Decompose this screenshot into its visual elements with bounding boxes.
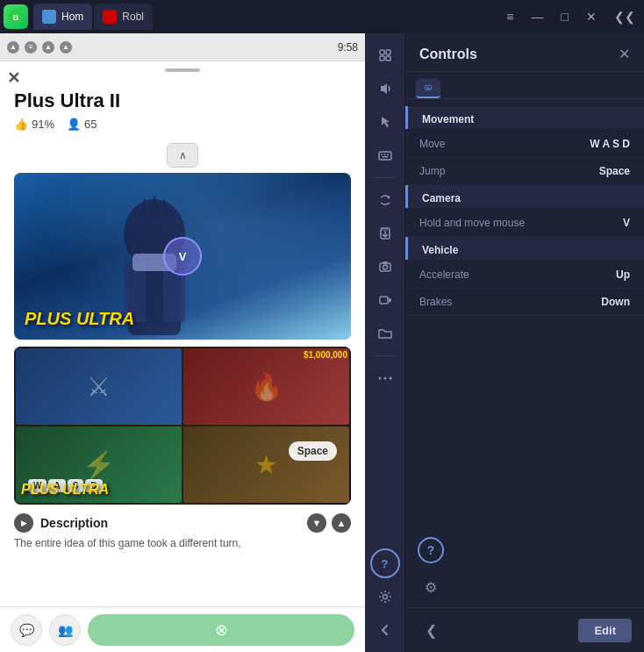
game-title-section: Plus Ultra II 👍 91% 👤 65 [0, 61, 365, 138]
toolbar-expand-button[interactable] [370, 40, 400, 70]
tab-roblox[interactable]: Robl [94, 4, 153, 30]
accelerate-key: Up [616, 269, 630, 281]
main-area: ▲ ≡ ▲ ▲ 9:58 ✕ Plus Ultra II 👍 91% 👤 [0, 33, 644, 652]
game-title: Plus Ultra II [14, 90, 351, 112]
status-icon-1: ▲ [7, 41, 19, 54]
controls-footer: ❮ Edit [405, 607, 644, 652]
toolbar-cursor-button[interactable] [370, 107, 400, 137]
svg-point-28 [378, 377, 381, 380]
svg-rect-34 [427, 86, 428, 87]
svg-rect-11 [386, 50, 390, 54]
brakes-label: Brakes [419, 296, 452, 308]
secondary-thumbnail-text: PLUS ULTRA [21, 482, 109, 498]
tab-keyboard-controls[interactable] [416, 79, 440, 98]
people-button[interactable]: 👥 [49, 614, 81, 646]
svg-marker-27 [389, 297, 391, 303]
app-logo: B [4, 4, 28, 29]
toolbar-help-button[interactable]: ? [370, 548, 400, 578]
toolbar-apk-button[interactable]: APK [370, 219, 400, 248]
right-toolbar: APK [365, 33, 405, 652]
tab-bar: B Hom Robl ≡ — □ ✕ ❮❮ [0, 0, 644, 33]
tab-roblox-label: Robl [122, 11, 144, 23]
status-bar: ▲ ≡ ▲ ▲ 9:58 [0, 33, 365, 61]
scroll-up-button[interactable]: ▲ [332, 513, 351, 533]
control-row-jump: Jump Space [405, 158, 644, 185]
minimize-button[interactable]: — [526, 8, 549, 25]
status-icon-4: ▲ [60, 41, 72, 54]
camera-label: Hold and move mouse [419, 217, 525, 229]
scroll-down-button[interactable]: ▼ [307, 513, 326, 533]
svg-rect-39 [426, 90, 430, 90]
main-thumbnail: V PLUS ULTRA [14, 173, 351, 340]
controls-panel: Controls ✕ Movement Move [405, 33, 644, 652]
accelerate-label: Accelerate [419, 269, 469, 281]
maximize-button[interactable]: □ [556, 8, 574, 25]
description-title: Description [40, 516, 108, 530]
toolbar-record-button[interactable] [370, 285, 400, 315]
svg-point-24 [383, 265, 387, 269]
controls-close-button[interactable]: ✕ [619, 46, 630, 62]
chevron-up-button[interactable]: ∧ [167, 143, 198, 168]
toolbar-volume-button[interactable] [370, 74, 400, 104]
control-row-camera: Hold and move mouse V [405, 210, 644, 237]
gear-button[interactable]: ⚙ [418, 574, 444, 600]
game-page: ✕ Plus Ultra II 👍 91% 👤 65 ∧ [0, 61, 365, 606]
controls-back-button[interactable]: ❮ [418, 617, 444, 643]
toolbar-screenshot-button[interactable] [370, 252, 400, 282]
svg-rect-35 [429, 86, 430, 87]
page-close-button[interactable]: ✕ [7, 68, 20, 88]
tab-home[interactable]: Hom [33, 4, 92, 30]
help-button[interactable]: ? [418, 537, 444, 563]
left-panel: ▲ ≡ ▲ ▲ 9:58 ✕ Plus Ultra II 👍 91% 👤 [0, 33, 365, 652]
svg-rect-19 [382, 156, 388, 158]
controls-help-area: ? [405, 530, 644, 570]
controls-content: Movement Move W A S D Jump Space Camera … [405, 99, 644, 322]
roblox-tab-icon [103, 10, 117, 24]
toolbar-more-button[interactable] [370, 363, 400, 393]
toolbar-keyboard-button[interactable] [370, 140, 400, 170]
toolbar-folder-button[interactable] [370, 319, 400, 348]
toolbar-separator-1 [375, 177, 396, 178]
menu-button[interactable]: ≡ [501, 8, 519, 25]
chat-button[interactable]: 💬 [11, 614, 42, 646]
svg-point-30 [389, 377, 391, 380]
close-window-button[interactable]: ✕ [581, 8, 602, 25]
space-badge: Space [289, 441, 337, 461]
status-icon-2: ≡ [25, 41, 37, 54]
svg-rect-10 [380, 50, 384, 54]
controls-header: Controls ✕ [405, 33, 644, 72]
back-nav-button[interactable]: ❮❮ [609, 8, 640, 25]
description-section: ▶ Description ▼ ▲ The entire idea of thi… [0, 505, 365, 560]
toolbar-settings-button[interactable] [370, 582, 400, 612]
svg-text:APK: APK [382, 227, 389, 232]
svg-rect-26 [380, 297, 388, 304]
chevron-up-container: ∧ [0, 143, 365, 168]
play-icon[interactable]: ▶ [14, 513, 33, 533]
controls-title: Controls [419, 47, 477, 62]
edit-button[interactable]: Edit [578, 619, 632, 642]
toolbar-rotate-button[interactable] [370, 185, 400, 215]
section-header-movement: Movement [405, 106, 644, 129]
window-controls: ≡ — □ ✕ ❮❮ [501, 8, 640, 25]
svg-point-31 [383, 595, 387, 599]
svg-rect-33 [426, 86, 426, 87]
game-stats: 👍 91% 👤 65 [14, 118, 351, 131]
svg-rect-25 [383, 262, 387, 264]
play-button[interactable]: ⊗ [88, 614, 354, 646]
svg-rect-36 [426, 88, 426, 89]
secondary-thumbnail: ⚔ 🔥 $1,000,000 ⚡ ★ Space W A [14, 347, 351, 505]
section-header-vehicle: Vehicle [405, 237, 644, 260]
jump-label: Jump [419, 165, 445, 177]
svg-point-29 [383, 377, 386, 380]
toolbar-back-button[interactable] [370, 615, 400, 645]
move-label: Move [419, 138, 445, 150]
section-header-camera: Camera [405, 185, 644, 208]
camera-key: V [623, 217, 630, 229]
control-row-accelerate: Accelerate Up [405, 262, 644, 289]
controls-tabs [405, 72, 644, 99]
controls-gear-area: ⚙ [405, 570, 644, 607]
main-thumbnail-text: PLUS ULTRA [25, 309, 134, 329]
bottom-action-bar: 💬 👥 ⊗ [0, 606, 365, 652]
brakes-key: Down [601, 296, 630, 308]
status-icon-3: ▲ [42, 41, 54, 54]
